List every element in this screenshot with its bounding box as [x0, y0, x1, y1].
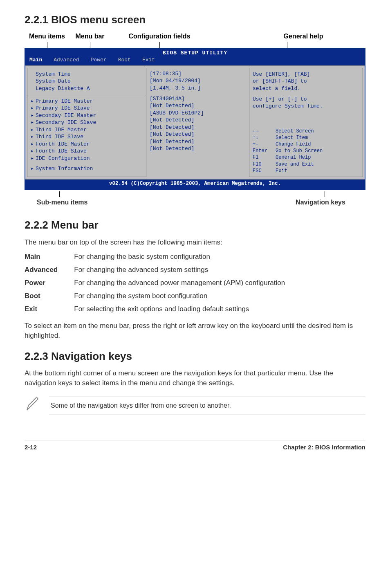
key: ←→ — [253, 128, 276, 135]
bios-value[interactable]: [1.44M, 3.5 in.] — [150, 85, 246, 92]
figure-bottom-labels: Sub-menu items Navigation keys — [25, 198, 365, 207]
key: F1 — [253, 154, 276, 161]
bios-value: [Not Detected] — [150, 145, 246, 153]
key: Enter — [253, 148, 276, 154]
bios-subitem[interactable]: Seconday IDE Master — [36, 112, 143, 119]
bios-subitem[interactable]: Third IDE Slave — [36, 133, 143, 141]
bios-tab-exit[interactable]: Exit — [142, 56, 155, 64]
note-text: Some of the navigation keys differ from … — [49, 397, 365, 415]
page-number: 2-12 — [25, 443, 37, 451]
bios-tab-boot[interactable]: Boot — [118, 56, 131, 64]
label-menu-items: Menu items — [25, 32, 69, 41]
bios-item[interactable]: Legacy Diskette A — [36, 85, 143, 92]
section-heading-nav-keys: 2.2.3 Navigation keys — [25, 349, 365, 364]
key-desc: Select Item — [276, 135, 308, 141]
key-desc: Change Field — [276, 141, 311, 148]
bios-subitem[interactable]: Fourth IDE Slave — [36, 148, 143, 155]
bios-nav-keys: ←→Select Screen ↑↓Select Item +-Change F… — [253, 128, 359, 174]
bios-subitem[interactable]: Secondary IDE Slave — [36, 119, 143, 126]
key-desc: General Help — [276, 154, 311, 161]
bios-value[interactable]: [Mon 04/19/2004] — [150, 77, 246, 85]
page-footer: 2-12 Chapter 2: BIOS Information — [25, 440, 365, 451]
bios-value: [Not Detected] — [150, 124, 246, 131]
bios-help-line: configure System Time. — [253, 103, 359, 110]
menu-bar-outro: To select an item on the menu bar, press… — [25, 321, 365, 341]
def-term: Advanced — [25, 265, 74, 278]
bios-subitem[interactable]: Primary IDE Master — [36, 98, 143, 105]
def-term: Boot — [25, 291, 74, 304]
key-desc: Go to Sub Screen — [276, 148, 323, 154]
bios-title: BIOS SETUP UTILITY — [25, 49, 365, 57]
label-nav-keys: Navigation keys — [276, 198, 365, 207]
label-menu-bar: Menu bar — [69, 32, 110, 41]
bios-help-line: Use [+] or [-] to — [253, 96, 359, 103]
key: +- — [253, 141, 276, 148]
chapter-title: Chapter 2: BIOS Information — [283, 443, 365, 451]
bios-menubar: Main Advanced Power Boot Exit — [25, 56, 365, 65]
def-term: Power — [25, 278, 74, 291]
key-desc: Select Screen — [276, 128, 314, 135]
bios-subitem[interactable]: System Information — [36, 165, 143, 173]
label-config-fields: Configuration fields — [110, 32, 208, 41]
section-heading-bios-menu-screen: 2.2.1 BIOS menu screen — [25, 12, 365, 27]
bios-value: [Not Detected] — [150, 138, 246, 146]
key: F10 — [253, 161, 276, 168]
bios-help-panel: Use [ENTER], [TAB] or [SHIFT-TAB] to sel… — [249, 68, 363, 177]
key-desc: Save and Exit — [276, 161, 314, 168]
bios-footer: v02.54 (C)Copyright 1985-2003, American … — [25, 180, 365, 189]
def-desc: For changing the system boot configurati… — [74, 291, 285, 304]
bios-tab-advanced[interactable]: Advanced — [54, 56, 79, 64]
def-desc: For changing the advanced system setting… — [74, 265, 285, 278]
key-desc: Exit — [276, 168, 287, 174]
bios-left-panel: System Time System Date Legacy Diskette … — [27, 68, 146, 177]
figure-top-leaders — [25, 42, 365, 48]
bios-value: [ST340014A] — [150, 95, 246, 103]
bios-value: [ASUS DVD-E616P2] — [150, 110, 246, 117]
bios-subitem[interactable]: Primary IDE Slave — [36, 105, 143, 112]
def-term: Main — [25, 252, 74, 265]
bios-tab-main[interactable]: Main — [29, 56, 42, 64]
bios-screen: BIOS SETUP UTILITY Main Advanced Power B… — [25, 48, 365, 190]
bios-value: [Not Detected] — [150, 102, 246, 110]
def-desc: For changing the advanced power manageme… — [74, 278, 285, 291]
menu-bar-definitions: MainFor changing the basic system config… — [25, 252, 285, 317]
bios-help-line: or [SHIFT-TAB] to — [253, 78, 359, 85]
bios-item[interactable]: System Date — [36, 78, 143, 85]
figure-top-labels: Menu items Menu bar Configuration fields… — [25, 32, 365, 41]
bios-item[interactable]: System Time — [36, 71, 143, 78]
bios-value[interactable]: [17:08:35] — [150, 70, 246, 78]
bios-subitem[interactable]: Fourth IDE Master — [36, 141, 143, 148]
key: ESC — [253, 168, 276, 174]
bios-subitem[interactable]: IDE Configuration — [36, 155, 143, 162]
bios-subitem[interactable]: Third IDE Master — [36, 126, 143, 134]
def-desc: For changing the basic system configurat… — [74, 252, 285, 265]
def-desc: For selecting the exit options and loadi… — [74, 304, 285, 317]
pencil-icon — [25, 396, 43, 415]
menu-bar-intro: The menu bar on top of the screen has th… — [25, 238, 365, 247]
nav-keys-text: At the bottom right corner of a menu scr… — [25, 368, 365, 388]
section-heading-menu-bar: 2.2.2 Menu bar — [25, 218, 365, 232]
bios-help-line: Use [ENTER], [TAB] — [253, 71, 359, 78]
bios-value: [Not Detected] — [150, 117, 246, 124]
label-sub-menu: Sub-menu items — [25, 198, 106, 207]
note-box: Some of the navigation keys differ from … — [25, 396, 365, 415]
label-general-help: General help — [208, 32, 365, 41]
figure-bottom-leaders — [25, 191, 365, 197]
bios-tab-power[interactable]: Power — [91, 56, 107, 64]
def-term: Exit — [25, 304, 74, 317]
bios-help-line: select a field. — [253, 85, 359, 92]
bios-value: [Not Detected] — [150, 131, 246, 138]
bios-values-panel: [17:08:35] [Mon 04/19/2004] [1.44M, 3.5 … — [148, 66, 247, 179]
key: ↑↓ — [253, 135, 276, 141]
